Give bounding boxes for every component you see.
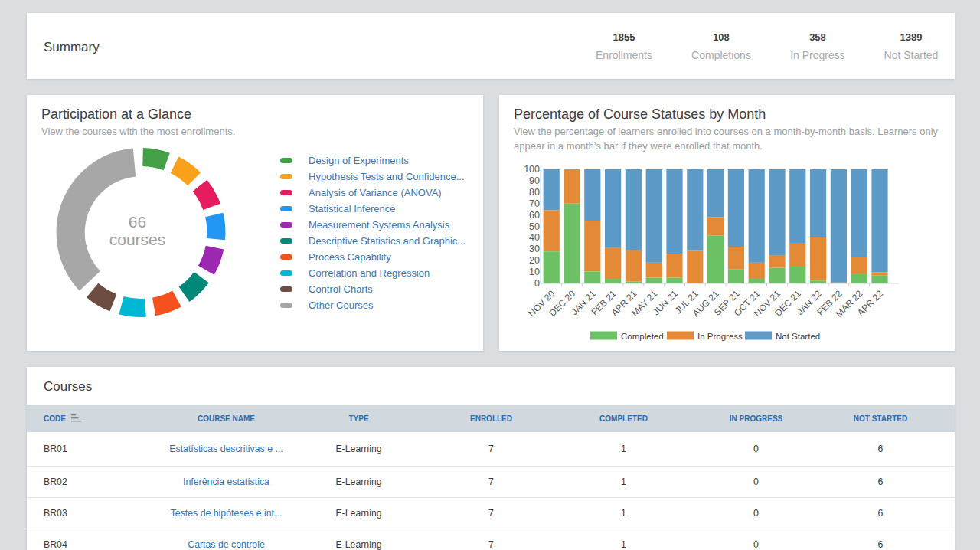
svg-text:30: 30: [529, 244, 540, 254]
svg-text:Completed: Completed: [621, 332, 664, 341]
svg-text:90: 90: [529, 175, 540, 186]
svg-text:10: 10: [529, 267, 540, 277]
svg-text:50: 50: [529, 221, 540, 232]
svg-text:66: 66: [129, 213, 146, 231]
svg-text:0: 0: [534, 278, 540, 289]
svg-text:Not Started: Not Started: [776, 332, 820, 341]
svg-text:20: 20: [529, 255, 540, 266]
svg-text:70: 70: [529, 198, 540, 209]
svg-text:In Progress: In Progress: [697, 332, 743, 341]
svg-text:40: 40: [529, 232, 540, 243]
svg-text:60: 60: [529, 210, 540, 221]
svg-text:80: 80: [529, 187, 540, 198]
svg-text:courses: courses: [109, 231, 166, 248]
svg-text:100: 100: [524, 164, 540, 175]
